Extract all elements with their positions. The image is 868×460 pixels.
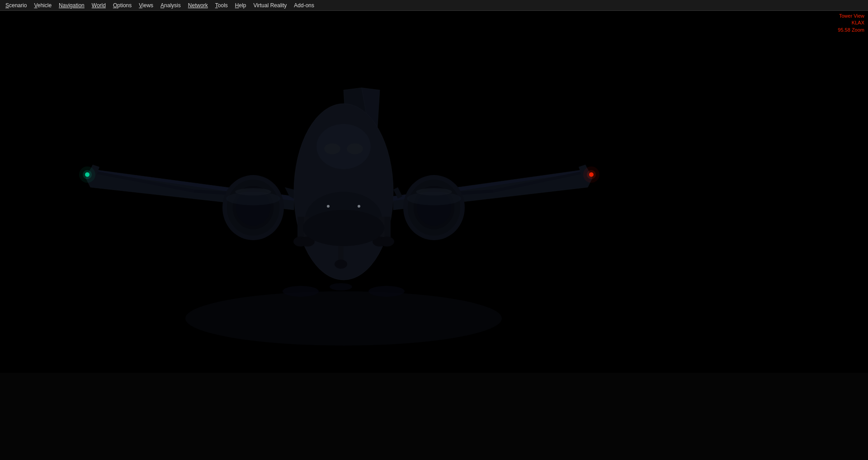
menu-navigation[interactable]: Navigation	[55, 1, 88, 9]
svg-point-50	[583, 166, 599, 183]
menu-tools[interactable]: Tools	[212, 1, 231, 9]
hud-overlay: Tower View KLAX 95.58 Zoom	[838, 13, 864, 33]
menu-world[interactable]: World	[88, 1, 109, 9]
svg-point-7	[347, 143, 363, 154]
menu-network[interactable]: Network	[184, 1, 212, 9]
svg-point-56	[330, 283, 352, 290]
menu-addons[interactable]: Add-ons	[290, 1, 318, 9]
svg-point-27	[235, 188, 271, 195]
menu-scenario[interactable]: Scenario	[2, 1, 30, 9]
svg-point-47	[79, 166, 95, 183]
svg-point-33	[416, 188, 452, 195]
svg-point-11	[335, 260, 347, 269]
svg-point-6	[324, 143, 340, 154]
svg-point-44	[303, 210, 384, 246]
menu-virtual-reality[interactable]: Virtual Reality	[250, 1, 291, 9]
menubar: Scenario Vehicle Navigation World Option…	[0, 0, 868, 11]
viewport[interactable]	[0, 11, 868, 460]
menu-options[interactable]: Options	[109, 1, 135, 9]
svg-point-5	[316, 124, 371, 169]
hud-zoom: 95.58 Zoom	[838, 27, 864, 33]
aircraft-scene	[0, 11, 868, 460]
menu-vehicle[interactable]: Vehicle	[30, 1, 55, 9]
svg-point-53	[185, 291, 502, 346]
menu-views[interactable]: Views	[135, 1, 157, 9]
svg-point-52	[358, 205, 360, 208]
svg-point-51	[327, 205, 330, 208]
svg-point-43	[380, 237, 394, 247]
hud-view-label: Tower View	[838, 13, 864, 19]
menu-analysis[interactable]: Analysis	[157, 1, 184, 9]
svg-rect-1	[0, 373, 868, 460]
svg-point-54	[283, 286, 319, 297]
svg-point-55	[368, 286, 405, 297]
menu-help[interactable]: Help	[231, 1, 250, 9]
hud-airport: KLAX	[838, 19, 864, 26]
